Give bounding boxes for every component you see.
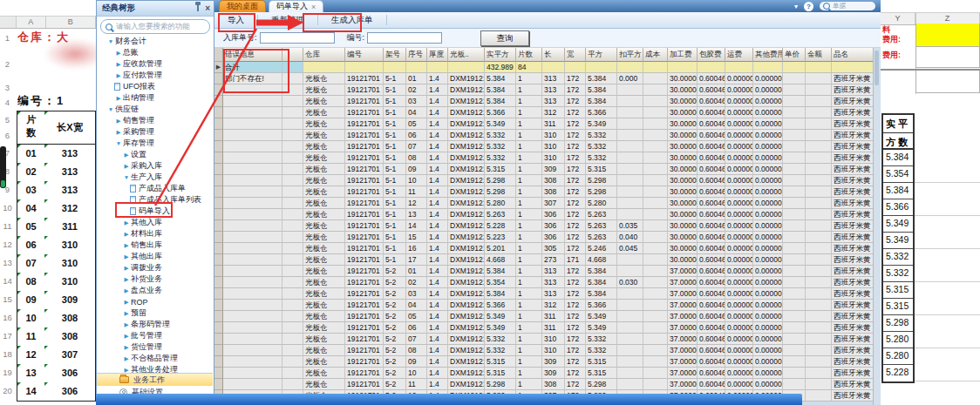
grid-cell[interactable]: 0.60046	[698, 118, 725, 130]
grid-cell[interactable]: 光板仓	[303, 345, 345, 356]
tree-item[interactable]: ▶预留	[97, 307, 213, 319]
grid-cell[interactable]	[783, 379, 806, 390]
grid-cell[interactable]: 311	[542, 118, 565, 130]
grid-cell[interactable]	[282, 368, 303, 379]
row-selector[interactable]	[214, 243, 223, 254]
grid-cell[interactable]: 0.00000	[725, 368, 753, 379]
grid-cell[interactable]	[832, 62, 874, 73]
tree-item[interactable]: 码单导入	[97, 206, 213, 217]
grid-cell[interactable]: 172	[565, 73, 586, 84]
grid-cell[interactable]	[565, 62, 586, 73]
grid-cell[interactable]: 5-2	[384, 311, 406, 322]
grid-cell[interactable]: 172	[565, 345, 586, 356]
grid-cell[interactable]: 5.298	[485, 175, 516, 186]
grid-cell[interactable]	[223, 220, 282, 232]
grid-cell[interactable]: 5.349	[485, 118, 516, 130]
grid-cell[interactable]: 1	[516, 368, 542, 379]
grid-cell[interactable]: 19121701	[345, 118, 384, 130]
excel-cell[interactable]: 309	[44, 291, 96, 310]
grid-cell[interactable]	[617, 300, 643, 311]
grid-cell[interactable]	[783, 220, 806, 232]
query-button[interactable]: 查询	[480, 30, 529, 46]
grid-cell[interactable]	[806, 390, 832, 402]
grid-cell[interactable]: 5-1	[384, 118, 406, 130]
grid-cell[interactable]	[223, 141, 282, 152]
grid-cell[interactable]: 313	[542, 96, 565, 107]
grid-cell[interactable]	[617, 118, 643, 130]
grid-cell[interactable]: 172	[565, 322, 586, 334]
grid-cell[interactable]: 合计	[223, 62, 282, 73]
grid-cell[interactable]	[282, 356, 303, 368]
row-selector[interactable]	[214, 73, 223, 84]
grid-cell[interactable]: 1.4	[427, 152, 448, 164]
grid-cell[interactable]	[617, 345, 643, 356]
grid-cell[interactable]: 5.298	[586, 175, 617, 186]
tree-item[interactable]: ▶采购管理	[97, 126, 213, 138]
grid-cell[interactable]: 部门不存在!	[223, 73, 282, 84]
grid-cell[interactable]: 19121701	[345, 311, 384, 322]
grid-scrollbar[interactable]	[873, 48, 881, 405]
grid-cell[interactable]: 1.4	[427, 311, 448, 322]
grid-cell[interactable]: 5.315	[485, 368, 516, 379]
grid-cell[interactable]	[643, 198, 668, 209]
excel-cell[interactable]: 310	[44, 236, 96, 255]
grid-cell[interactable]: 5-1	[384, 164, 406, 175]
grid-cell[interactable]: 西班牙米黄	[832, 379, 874, 390]
grid-cell[interactable]: 0.00000	[753, 141, 783, 152]
grid-cell[interactable]: DXM191217	[448, 164, 485, 175]
grid-cell[interactable]: 5.349	[485, 322, 516, 334]
grid-cell[interactable]: 06	[406, 130, 427, 141]
grid-cell[interactable]: 5.366	[485, 107, 516, 118]
excel-row-number[interactable]: 20	[0, 386, 15, 395]
grid-header-cell[interactable]: 片数	[516, 48, 542, 62]
grid-cell[interactable]: 4.668	[586, 254, 617, 266]
grid-cell[interactable]: 西班牙米黄	[832, 175, 874, 186]
generate-receipt-button[interactable]: 生成入库单	[323, 13, 381, 28]
grid-cell[interactable]: 0.00000	[753, 243, 783, 254]
tree-item[interactable]: ▶盘点业务	[97, 285, 213, 296]
grid-cell[interactable]	[282, 209, 303, 220]
grid-cell[interactable]	[783, 243, 806, 254]
grid-cell[interactable]	[783, 141, 806, 152]
grid-cell[interactable]: 172	[565, 288, 586, 300]
tree-item[interactable]: ▶出纳管理	[97, 92, 213, 104]
grid-cell[interactable]: DXM191217	[448, 73, 485, 84]
grid-cell[interactable]: 11	[406, 186, 427, 198]
grid-cell[interactable]: 1	[516, 209, 542, 220]
grid-cell[interactable]: 1.4	[427, 130, 448, 141]
grid-cell[interactable]: 光板仓	[303, 356, 345, 368]
grid-cell[interactable]: 30.00000	[668, 84, 698, 96]
grid-cell[interactable]: 1	[516, 130, 542, 141]
grid-cell[interactable]: 1.4	[427, 164, 448, 175]
close-icon[interactable]: ×	[205, 4, 210, 13]
excel-cell[interactable]: 07	[17, 254, 45, 273]
grid-cell[interactable]	[643, 232, 668, 243]
grid-cell[interactable]: 5.332	[586, 141, 617, 152]
grid-cell[interactable]: DXM191217	[448, 379, 485, 390]
grid-cell[interactable]: 5.298	[586, 379, 617, 390]
row-selector[interactable]	[214, 254, 223, 266]
grid-header-cell[interactable]: 扣平方	[617, 48, 643, 62]
grid-cell[interactable]	[223, 243, 282, 254]
grid-cell[interactable]: 37.00000	[668, 311, 698, 322]
grid-cell[interactable]: 0.00000	[725, 311, 753, 322]
grid-cell[interactable]: 5.201	[485, 243, 516, 254]
grid-cell[interactable]	[282, 130, 303, 141]
grid-cell[interactable]: 0.00000	[725, 266, 753, 277]
grid-cell[interactable]: 308	[542, 175, 565, 186]
grid-cell[interactable]	[643, 345, 668, 356]
grid-cell[interactable]: DXM191217	[448, 368, 485, 379]
grid-cell[interactable]: 5.354	[485, 277, 516, 288]
excel-cell[interactable]: 313	[44, 145, 96, 164]
grid-cell[interactable]: 0.00000	[725, 379, 753, 390]
grid-cell[interactable]: 19121701	[345, 356, 384, 368]
excel-row-number[interactable]: 11	[0, 221, 15, 231]
grid-cell[interactable]	[617, 175, 643, 186]
grid-cell[interactable]: 5.332	[586, 345, 617, 356]
grid-cell[interactable]: 30.00000	[668, 96, 698, 107]
grid-cell[interactable]: 1	[516, 232, 542, 243]
grid-cell[interactable]	[643, 334, 668, 345]
grid-cell[interactable]	[753, 62, 783, 73]
grid-cell[interactable]: 0.00000	[725, 322, 753, 334]
tree-item[interactable]: ▶调拨业务	[97, 262, 213, 273]
